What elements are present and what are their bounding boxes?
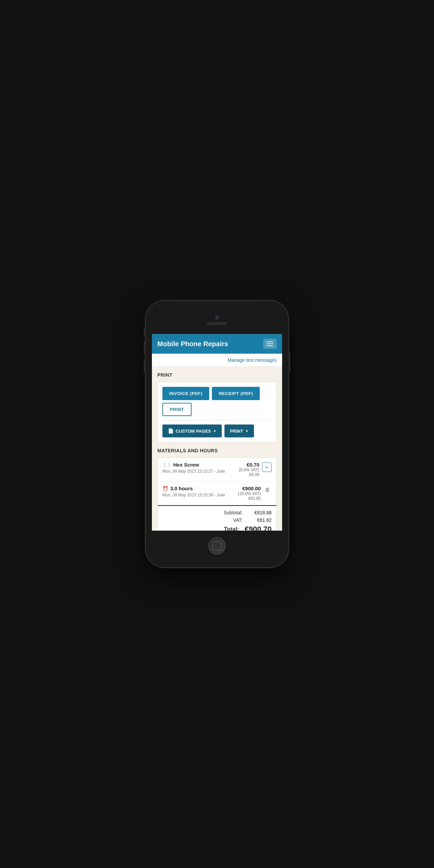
vat-value: €81.82 [248,517,272,523]
manage-text-messages-link[interactable]: Manage text messages [228,357,277,363]
material-left-1: ⋮⋮ Hex Screw Mon, 08 May 2023 15:10:27 -… [162,462,239,474]
app-title: Mobile Phone Repairs [157,340,228,348]
clock-icon-2: ⏰ [162,486,168,491]
material-row-2: ⏰ 3.0 hours Mon, 08 May 2023 15:10:38 - … [162,486,272,501]
subtotal-value: €818.88 [248,510,272,515]
print-dropdown-label: PRINT [230,429,243,434]
material-item-hex-screw: ⋮⋮ Hex Screw Mon, 08 May 2023 15:10:27 -… [158,458,276,481]
menu-line-2 [267,343,273,344]
drag-icon-1: ⋮⋮ [162,462,171,467]
volume-down-button [144,359,146,373]
home-button-inner [212,541,222,551]
total-row: Total: €900.70 [162,525,272,531]
materials-section-title: MATERIALS AND HOURS [157,448,277,453]
vat-row: VAT: €81.82 [162,517,272,523]
material-name-1: ⋮⋮ Hex Screw [162,462,239,468]
manage-bar: Manage text messages [152,354,282,367]
print-dropdown-caret-icon: ▼ [245,429,249,433]
material-date-1: Mon, 08 May 2023 15:10:27 - Julie [162,469,239,474]
price-main-1: €0.70 [239,462,259,468]
speaker [207,322,227,325]
totals-section: Subtotal: €818.88 VAT: €81.82 Total: €90… [158,505,276,531]
custom-print-row: 📄 CUSTOM PAGES ▼ PRINT ▼ [162,425,272,437]
menu-line-3 [267,346,273,346]
power-button [288,352,290,372]
print-buttons-row: INVOICE (PDF) RECEIPT (PDF) PRINT [162,387,272,416]
custom-pages-label: CUSTOM PAGES [176,429,211,434]
mute-button [144,328,146,337]
material-date-2: Mon, 08 May 2023 15:10:38 - Julie [162,493,238,497]
material-right-1: €0.70 (0.0% VAT) €0.00 − [239,462,272,477]
custom-pages-caret-icon: ▼ [213,429,216,433]
print-button[interactable]: PRINT [162,403,192,416]
price-main-2: €900.00 [238,486,261,491]
invoice-pdf-button[interactable]: INVOICE (PDF) [162,387,209,400]
receipt-pdf-button[interactable]: RECEIPT (PDF) [212,387,260,400]
subtotal-label: Subtotal: [224,510,242,515]
trash-button-2[interactable]: 🗑 [263,486,272,494]
material-price-col-1: €0.70 (0.0% VAT) €0.00 [239,462,259,477]
print-dropdown-button[interactable]: PRINT ▼ [224,425,254,437]
materials-section: MATERIALS AND HOURS ⋮⋮ Hex Screw Mo [152,448,282,531]
home-button[interactable] [208,537,226,555]
menu-line-1 [267,341,273,342]
material-name-2: ⏰ 3.0 hours [162,486,238,491]
vat-label: VAT: [233,517,243,523]
material-left-2: ⏰ 3.0 hours Mon, 08 May 2023 15:10:38 - … [162,486,238,497]
minus-button-1[interactable]: − [262,462,272,472]
total-label: Total: [224,526,239,531]
print-card: INVOICE (PDF) RECEIPT (PDF) PRINT 📄 CUST… [157,382,277,442]
subtotal-row: Subtotal: €818.88 [162,510,272,515]
phone-device: Mobile Phone Repairs Manage text message… [146,301,288,567]
price-vat-amount-2: €81.82 [238,496,261,501]
total-value: €900.70 [244,525,272,531]
print-section: PRINT INVOICE (PDF) RECEIPT (PDF) PRINT … [152,367,282,448]
volume-up-button [144,341,146,355]
price-vat-pct-2: (10.0% VAT) [238,491,261,496]
material-item-hours: ⏰ 3.0 hours Mon, 08 May 2023 15:10:38 - … [158,481,276,505]
print-section-title: PRINT [157,372,277,378]
material-row-1: ⋮⋮ Hex Screw Mon, 08 May 2023 15:10:27 -… [162,462,272,477]
phone-screen-area: Mobile Phone Repairs Manage text message… [152,307,282,561]
camera-icon [215,316,219,319]
material-right-2: €900.00 (10.0% VAT) €81.82 🗑 [238,486,272,501]
price-vat-amount-1: €0.00 [239,472,259,477]
custom-pages-doc-icon: 📄 [168,428,174,434]
material-price-col-2: €900.00 (10.0% VAT) €81.82 [238,486,261,501]
custom-pages-button[interactable]: 📄 CUSTOM PAGES ▼ [162,425,222,437]
print-divider [162,420,272,420]
menu-button[interactable] [263,339,277,349]
app-header: Mobile Phone Repairs [152,334,282,354]
price-vat-pct-1: (0.0% VAT) [239,468,259,472]
materials-card: ⋮⋮ Hex Screw Mon, 08 May 2023 15:10:27 -… [157,457,277,531]
bottom-bezel [152,531,282,561]
screen: Mobile Phone Repairs Manage text message… [152,334,282,531]
top-bezel [152,307,282,334]
